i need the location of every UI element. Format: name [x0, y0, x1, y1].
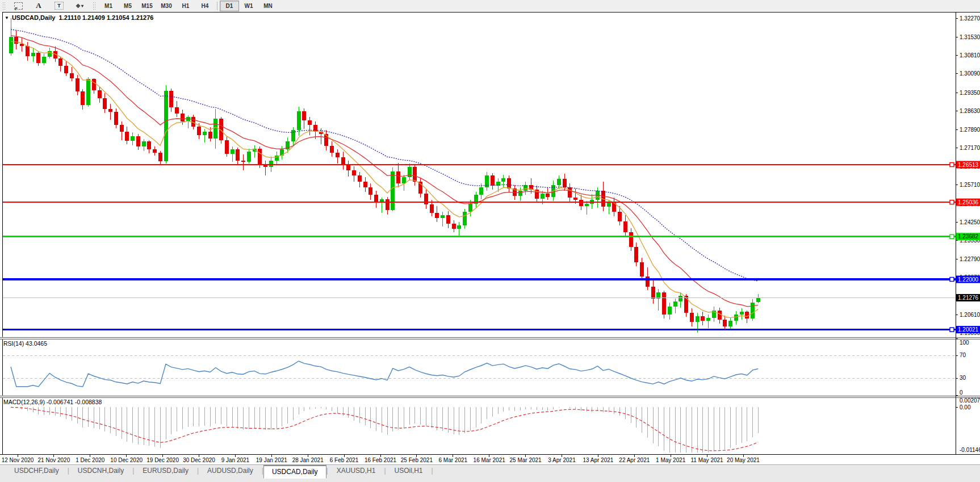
- candle-body: [518, 191, 522, 196]
- price-tick-label: 1.20610: [960, 312, 980, 318]
- date-label: 6 Mar 2021: [439, 457, 468, 463]
- candle-body: [64, 66, 68, 73]
- macd-axis-label-min: -0.011462: [960, 447, 980, 453]
- candle-body: [452, 224, 456, 229]
- timeframe-button-m5[interactable]: M5: [118, 1, 137, 11]
- macd-axis-label-zero: 0.00: [960, 404, 971, 410]
- price-level-badge-label: 1.23682: [958, 233, 979, 240]
- macd-axis-label-max: 0.002074: [960, 397, 980, 404]
- tab-usdcad-daily[interactable]: USDCAD,Daily: [263, 465, 326, 479]
- candle-body: [701, 316, 705, 321]
- chart-area[interactable]: 1.322701.315301.308101.300901.293501.286…: [0, 11, 980, 464]
- timeframe-button-d1[interactable]: D1: [220, 1, 239, 11]
- candle-body: [662, 292, 666, 314]
- candle-body: [158, 153, 162, 161]
- text-tool-icon: A: [36, 1, 41, 10]
- tab-usdchf-daily[interactable]: USDCHF,Daily: [6, 465, 68, 477]
- tab-usoil-h1[interactable]: USOil,H1: [386, 465, 432, 477]
- date-label: 16 Mar 2021: [474, 457, 506, 463]
- candle-body: [563, 179, 567, 187]
- rsi-level-label: 30: [960, 375, 966, 381]
- candle-body: [76, 78, 79, 91]
- candle-body: [197, 127, 201, 135]
- toolbar-grip[interactable]: [2, 2, 5, 10]
- candle-body: [634, 247, 638, 262]
- date-label: 6 Feb 2021: [330, 457, 359, 463]
- candle-body: [568, 187, 572, 198]
- price-level-handle[interactable]: [950, 328, 954, 332]
- rsi-level-label: 0: [960, 389, 963, 396]
- chart-canvas[interactable]: 1.322701.315301.308101.300901.293501.286…: [0, 11, 980, 464]
- candle-body: [457, 225, 461, 229]
- candle-body: [297, 111, 301, 130]
- candle-body: [585, 204, 589, 206]
- candle-body: [358, 175, 362, 181]
- rsi-level-label: 70: [960, 352, 966, 358]
- candle-body: [142, 141, 146, 146]
- date-label: 3 Apr 2021: [548, 457, 576, 463]
- candle-body: [646, 276, 650, 287]
- timeframe-button-mn[interactable]: MN: [258, 1, 278, 11]
- candle-body: [9, 37, 13, 53]
- price-level-handle[interactable]: [950, 200, 954, 204]
- text-tool-button[interactable]: A: [29, 1, 48, 11]
- price-tick-label: 1.30810: [960, 52, 980, 58]
- candle-body: [501, 178, 505, 182]
- candle-body: [181, 114, 185, 121]
- date-label: 16 Feb 2021: [365, 457, 397, 463]
- candle-body: [491, 175, 495, 186]
- candle-body: [125, 132, 129, 141]
- timeframe-button-m15[interactable]: M15: [137, 1, 157, 11]
- price-level-handle[interactable]: [950, 234, 954, 238]
- price-level-handle[interactable]: [950, 163, 954, 167]
- candle-body: [402, 177, 406, 183]
- candle-body: [751, 303, 755, 318]
- chart-tab-bar: USDCHF,Daily|USDCNH,Daily|EURUSD,Daily|A…: [0, 464, 980, 482]
- timeframe-button-m30[interactable]: M30: [157, 1, 176, 11]
- candle-body: [386, 199, 390, 210]
- price-tick-label: 1.30090: [960, 70, 980, 77]
- toolbar-grip-2[interactable]: [93, 2, 95, 10]
- tab-eurusd-daily[interactable]: EURUSD,Daily: [134, 465, 197, 477]
- tab-xauusd-h1[interactable]: XAUUSD,H1: [328, 465, 384, 477]
- timeframe-button-h1[interactable]: H1: [176, 1, 195, 11]
- timeframe-button-w1[interactable]: W1: [239, 1, 258, 11]
- candle-body: [70, 73, 74, 78]
- price-level-badge-label: 1.26513: [958, 162, 979, 168]
- chart-title: ▼USDCAD,Daily 1.21110 1.21409 1.21054 1.…: [5, 14, 153, 21]
- candle-body: [640, 262, 644, 276]
- text-label-tool-button[interactable]: T: [49, 1, 69, 11]
- timeframe-button-m1[interactable]: M1: [99, 1, 118, 11]
- candle-body: [363, 182, 367, 187]
- candle-body: [225, 140, 229, 154]
- timeframe-button-h4[interactable]: H4: [195, 1, 215, 11]
- date-label: 28 Jan 2021: [292, 457, 324, 463]
- date-label: 11 May 2021: [691, 457, 724, 463]
- candle-body: [668, 307, 672, 314]
- tab-usdcnh-daily[interactable]: USDCNH,Daily: [69, 465, 132, 477]
- candle-body: [114, 112, 118, 124]
- candle-body: [98, 90, 102, 99]
- tab-audusd-daily[interactable]: AUDUSD,Daily: [199, 465, 262, 477]
- price-level-badge-label: 1.22000: [958, 276, 979, 283]
- candle-body: [740, 312, 744, 314]
- candle-body: [58, 58, 62, 66]
- price-tick-label: 1.25710: [960, 182, 980, 188]
- fibonacci-tool-button[interactable]: F: [9, 1, 28, 11]
- date-label: 21 Nov 2020: [38, 457, 70, 463]
- rsi-indicator-label: RSI(14) 43.0465: [3, 340, 47, 347]
- price-level-handle[interactable]: [950, 278, 954, 282]
- candle-body: [546, 194, 550, 197]
- arrows-style-button[interactable]: ❖ ▾: [70, 1, 89, 11]
- candle-body: [557, 179, 561, 185]
- candle-body: [164, 91, 168, 161]
- candle-body: [247, 152, 251, 162]
- candle-body: [696, 316, 700, 322]
- price-tick-label: 1.32270: [960, 15, 980, 22]
- chart-dropdown-icon[interactable]: ▼: [5, 15, 9, 20]
- candle-body: [352, 170, 356, 175]
- date-label: 25 Mar 2021: [510, 457, 542, 463]
- candle-body: [541, 194, 545, 199]
- candle-body: [108, 109, 112, 112]
- date-label: 25 Feb 2021: [401, 457, 433, 463]
